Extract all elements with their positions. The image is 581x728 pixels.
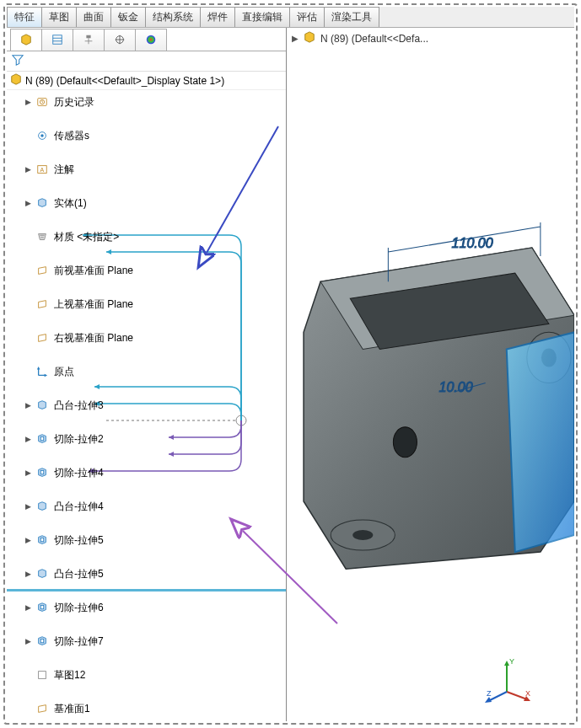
svg-marker-27 <box>37 367 40 370</box>
tree-item-label: 实体(1) <box>52 196 89 211</box>
material-icon <box>35 230 49 244</box>
tree-item[interactable]: ▶切除-拉伸2 <box>7 431 286 447</box>
tree-item[interactable]: ▶切除-拉伸5 <box>7 532 286 549</box>
boss-icon <box>35 567 49 581</box>
svg-point-11 <box>236 415 246 426</box>
sidebar-tab-config[interactable] <box>73 29 105 51</box>
svg-rect-30 <box>40 470 44 474</box>
plane-icon <box>35 702 49 715</box>
ribbon-tab[interactable]: 曲面 <box>76 7 111 27</box>
svg-rect-32 <box>40 605 44 608</box>
expander-icon[interactable]: ▶ <box>24 165 32 174</box>
tree-item-label: 前视基准面 Plane <box>52 264 135 278</box>
tree-item[interactable]: 前视基准面 Plane <box>7 262 286 279</box>
graphics-viewport[interactable]: ▶ N (89) (Default<<Defa... <box>287 28 574 721</box>
boss-icon <box>35 399 49 412</box>
plane-icon <box>35 264 49 277</box>
ribbon-tab[interactable]: 特征 <box>7 7 42 27</box>
tree-item-label: 切除-拉伸4 <box>52 466 105 480</box>
tree-item-label: 上视基准面 Plane <box>52 297 135 312</box>
tree-item[interactable]: ▶A注解 <box>7 161 286 178</box>
sensor-icon <box>35 129 49 142</box>
sidebar-tab-property[interactable] <box>41 29 73 51</box>
expander-icon[interactable]: ▶ <box>24 199 32 207</box>
expander-icon[interactable]: ▶ <box>24 435 32 443</box>
viewport-flyout-tree[interactable]: ▶ N (89) (Default<<Defa... <box>292 31 428 46</box>
tree-item-label: 材质 <未指定> <box>52 230 121 244</box>
tree-item[interactable]: ▶凸台-拉伸4 <box>7 498 286 515</box>
tree-root[interactable]: N (89) (Default<<Default>_Display State … <box>7 72 286 90</box>
ribbon: 特征草图曲面钣金结构系统焊件直接编辑评估渲染工具 <box>7 7 574 27</box>
plane-icon <box>35 331 49 345</box>
tree-item[interactable]: 材质 <未指定> <box>7 228 286 245</box>
tree-item-label: 基准面1 <box>52 702 92 716</box>
expander-icon[interactable]: ▶ <box>24 570 32 578</box>
expander-icon[interactable]: ▶ <box>24 401 32 410</box>
svg-text:Z: Z <box>487 689 492 698</box>
rollback-bar[interactable] <box>7 589 286 592</box>
svg-text:Y: Y <box>509 657 514 666</box>
svg-marker-13 <box>106 249 111 254</box>
expander-icon[interactable]: ▶ <box>24 536 32 544</box>
expander-icon[interactable]: ▶ <box>24 502 32 511</box>
svg-line-51 <box>507 692 527 699</box>
feature-tree[interactable]: ▶历史记录传感器s▶A注解▶实体(1)材质 <未指定>前视基准面 Plane上视… <box>7 90 286 721</box>
ribbon-tab[interactable]: 钣金 <box>110 7 146 27</box>
cut-icon <box>35 432 49 446</box>
sidebar-tabs <box>7 28 286 51</box>
tree-item-label: 凸台-拉伸4 <box>52 500 105 514</box>
annotation-icon: A <box>35 163 49 176</box>
tree-item[interactable]: 上视基准面 Plane <box>7 296 286 313</box>
expander-icon[interactable]: ▶ <box>24 603 32 612</box>
tree-item[interactable]: ▶凸台-拉伸5 <box>7 565 286 582</box>
ribbon-tab[interactable]: 结构系统 <box>145 7 201 27</box>
tree-item[interactable]: ▶切除-拉伸6 <box>7 599 286 616</box>
sidebar-tab-feature[interactable] <box>10 29 42 51</box>
tree-item[interactable]: 传感器s <box>7 127 286 144</box>
sidebar-tab-appearance[interactable] <box>135 29 167 51</box>
svg-point-45 <box>352 530 373 540</box>
tree-item-label: 切除-拉伸5 <box>52 533 105 548</box>
tree-item[interactable]: 草图12 <box>7 666 286 683</box>
tree-item-label: 传感器s <box>52 129 91 143</box>
tree-item-label: 凸台-拉伸3 <box>52 399 105 413</box>
part-icon <box>10 73 22 88</box>
boss-icon <box>35 500 49 513</box>
svg-rect-0 <box>53 35 62 45</box>
filter-row[interactable] <box>7 51 286 72</box>
svg-rect-3 <box>86 35 90 39</box>
tree-item[interactable]: ▶切除-拉伸7 <box>7 633 286 650</box>
tree-item-label: 注解 <box>52 163 76 177</box>
svg-rect-34 <box>39 672 46 679</box>
cut-icon <box>35 533 49 547</box>
tree-item[interactable]: ▶切除-拉伸4 <box>7 464 286 481</box>
expander-icon[interactable]: ▶ <box>24 468 32 477</box>
cut-icon <box>35 466 49 479</box>
svg-text:A: A <box>40 167 44 173</box>
ribbon-tab[interactable]: 渲染工具 <box>324 7 379 27</box>
tree-item[interactable]: 右视基准面 Plane <box>7 329 286 346</box>
tree-item[interactable]: ▶历史记录 <box>7 94 286 110</box>
dimension-110: 110.00 <box>452 235 493 250</box>
sidebar-tab-display[interactable] <box>104 29 136 51</box>
filter-icon <box>12 54 24 68</box>
ribbon-tab[interactable]: 评估 <box>289 7 325 27</box>
ribbon-tab[interactable]: 草图 <box>41 7 77 27</box>
view-triad[interactable]: Y X Z <box>481 654 532 704</box>
tree-item[interactable]: 基准面1 <box>7 700 286 717</box>
expander-icon[interactable]: ▶ <box>292 34 299 43</box>
model-canvas: 110.00 10.00 <box>287 28 574 721</box>
plane-icon <box>35 297 49 311</box>
tree-item[interactable]: ▶凸台-拉伸3 <box>7 397 286 414</box>
tree-item[interactable]: 原点 <box>7 363 286 380</box>
svg-rect-31 <box>40 538 44 541</box>
ribbon-tab[interactable]: 直接编辑 <box>234 7 290 27</box>
tree-item-label: 草图12 <box>52 668 87 682</box>
tree-item[interactable]: ▶实体(1) <box>7 195 286 211</box>
tree-item-label: 原点 <box>52 365 76 379</box>
history-icon <box>35 95 49 109</box>
expander-icon[interactable]: ▶ <box>24 637 32 645</box>
expander-icon[interactable]: ▶ <box>24 98 32 106</box>
ribbon-tab[interactable]: 焊件 <box>200 7 235 27</box>
viewport-flyout-label: N (89) (Default<<Defa... <box>320 33 428 45</box>
